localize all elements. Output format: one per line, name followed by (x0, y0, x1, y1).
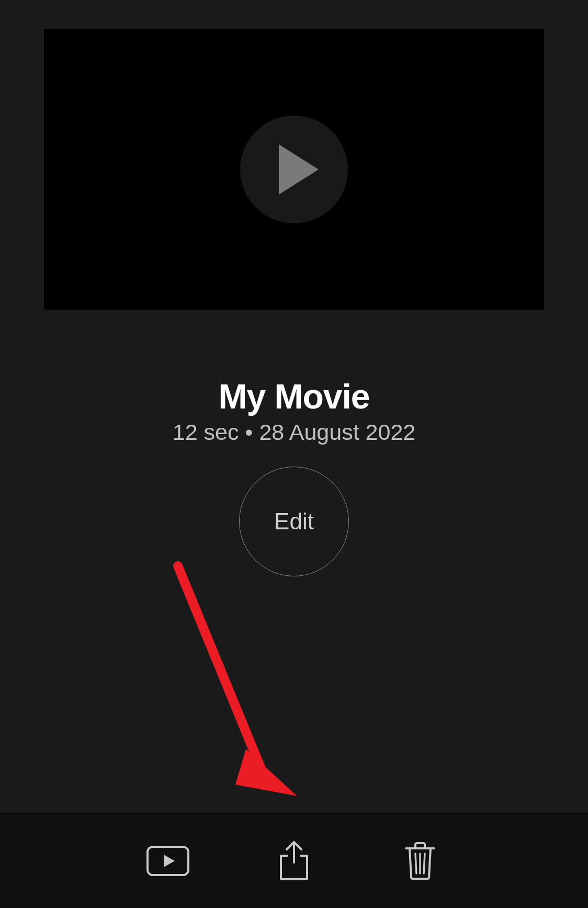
annotation-arrow-icon (167, 561, 303, 812)
play-overlay-button[interactable] (240, 116, 348, 223)
share-icon (278, 841, 310, 881)
svg-line-9 (424, 854, 425, 873)
svg-marker-4 (164, 855, 175, 867)
date-text: 28 August 2022 (259, 419, 415, 445)
separator: • (239, 419, 259, 445)
delete-button[interactable] (389, 830, 451, 892)
play-icon (279, 144, 319, 195)
svg-marker-2 (235, 749, 297, 796)
play-button[interactable] (137, 830, 199, 892)
edit-button-label: Edit (274, 508, 314, 535)
svg-line-7 (415, 854, 416, 873)
bottom-toolbar (0, 814, 588, 908)
duration-text: 12 sec (173, 419, 239, 445)
video-thumbnail[interactable] (44, 29, 544, 310)
trash-icon (405, 842, 435, 880)
svg-line-1 (178, 566, 262, 770)
edit-button[interactable]: Edit (239, 467, 349, 576)
play-rect-icon (146, 846, 189, 876)
movie-title: My Movie (0, 377, 588, 416)
share-button[interactable] (263, 830, 325, 892)
movie-subtitle: 12 sec • 28 August 2022 (0, 419, 588, 445)
